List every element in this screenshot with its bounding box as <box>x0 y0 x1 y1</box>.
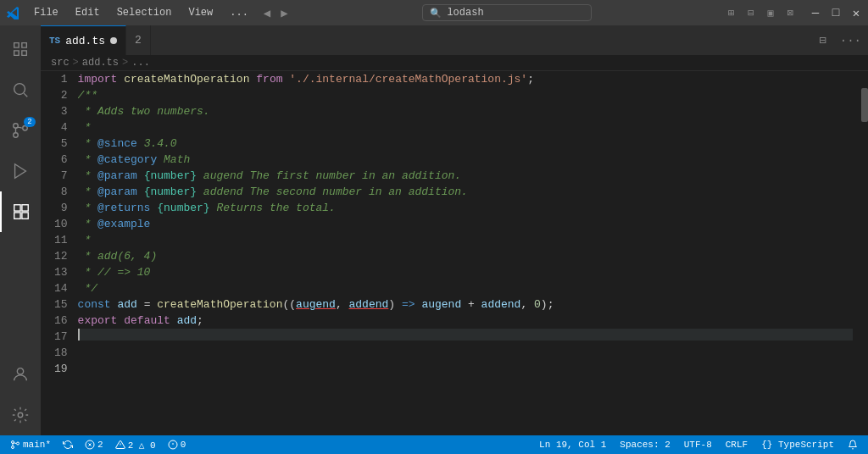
line-number: 16 <box>54 313 68 329</box>
back-button[interactable]: ◀ <box>262 6 272 20</box>
layout-btn-1[interactable]: ⊞ <box>725 5 737 21</box>
svg-point-0 <box>14 84 25 95</box>
encoding-label: UTF-8 <box>684 440 712 450</box>
search-text: lodash <box>447 7 483 19</box>
status-info[interactable]: 0 <box>164 440 190 450</box>
info-count: 0 <box>181 440 186 450</box>
code-line: import createMathOperation from './.inte… <box>78 71 853 87</box>
tab-more-button[interactable]: ··· <box>833 34 868 47</box>
token-jsdoc-type: {number} <box>157 200 209 216</box>
tab-add-ts[interactable]: TS add.ts <box>41 25 126 55</box>
breadcrumb-sep-2: > <box>122 57 128 69</box>
menu-view[interactable]: View <box>181 5 220 20</box>
svg-rect-9 <box>22 213 28 219</box>
tab-dirty-indicator <box>110 37 117 44</box>
activity-item-git[interactable]: 2 <box>0 110 41 151</box>
line-number: 15 <box>54 296 68 313</box>
status-errors[interactable]: 2 <box>81 440 107 450</box>
status-spaces[interactable]: Spaces: 2 <box>616 440 673 450</box>
menu-edit[interactable]: Edit <box>69 5 107 20</box>
token-plain <box>415 296 422 313</box>
menu-selection[interactable]: Selection <box>110 5 179 20</box>
status-sync[interactable] <box>59 440 76 450</box>
search-box[interactable]: 🔍 lodash <box>422 4 592 21</box>
git-badge: 2 <box>24 117 36 127</box>
line-number: 17 <box>54 329 68 345</box>
activity-item-extensions[interactable] <box>0 191 41 232</box>
line-number: 3 <box>54 103 68 119</box>
tab-2[interactable]: 2 <box>126 25 151 55</box>
line-number: 9 <box>54 200 68 216</box>
svg-point-11 <box>18 412 23 418</box>
token-comment <box>137 168 144 184</box>
scrollbar[interactable] <box>860 71 868 435</box>
line-number: 1 <box>54 71 68 87</box>
status-cursor[interactable]: Ln 19, Col 1 <box>536 440 609 450</box>
line-number: 4 <box>54 119 68 136</box>
line-number: 11 <box>54 232 68 248</box>
menu-more[interactable]: ... <box>223 5 255 20</box>
token-plain: ; <box>527 71 534 87</box>
line-number: 8 <box>54 184 68 200</box>
status-notifications[interactable] <box>844 440 861 450</box>
status-branch[interactable]: main* <box>7 440 54 450</box>
layout-btn-3[interactable]: ▣ <box>765 5 777 21</box>
activity-item-run[interactable] <box>0 151 41 191</box>
token-var-name: addend <box>481 296 521 313</box>
main-layout: 2 <box>0 25 868 435</box>
token-comment: */ <box>78 280 97 296</box>
code-line: /** <box>78 87 853 103</box>
minimize-button[interactable]: — <box>810 8 821 18</box>
close-button[interactable]: ✕ <box>851 8 861 18</box>
cursor-position: Ln 19, Col 1 <box>539 440 606 450</box>
layout-btn-2[interactable]: ⊟ <box>744 5 757 21</box>
breadcrumb-sep-1: > <box>73 57 79 69</box>
svg-rect-7 <box>22 205 28 211</box>
breadcrumb-file[interactable]: add.ts <box>82 57 119 69</box>
line-number: 10 <box>54 216 68 232</box>
activity-item-settings[interactable] <box>0 395 41 435</box>
token-comment: * <box>78 136 97 152</box>
token-jsdoc-tag: @example <box>97 216 150 232</box>
code-line: * <box>78 232 853 248</box>
layout-btn-4[interactable]: ⊠ <box>784 5 797 21</box>
language-label: {} TypeScript <box>761 440 834 450</box>
token-comment: Math <box>157 152 190 168</box>
breadcrumb: src > add.ts > ... <box>41 55 868 71</box>
status-encoding[interactable]: UTF-8 <box>681 440 715 450</box>
status-warnings[interactable]: 2 △ 0 <box>112 440 159 451</box>
breadcrumb-src[interactable]: src <box>51 57 70 69</box>
split-editor-button[interactable]: ⊟ <box>812 33 832 47</box>
code-area[interactable]: import createMathOperation from './.inte… <box>78 71 860 435</box>
token-comment: * Adds two numbers. <box>78 103 210 119</box>
code-line: * <box>78 119 853 136</box>
token-comment: 3.4.0 <box>137 136 177 152</box>
line-number: 2 <box>54 87 68 103</box>
status-line-ending[interactable]: CRLF <box>722 440 751 450</box>
status-language[interactable]: {} TypeScript <box>758 440 837 450</box>
editor-area: TS add.ts 2 ⊟ ··· src > add.ts > ... 123… <box>41 25 868 435</box>
scrollbar-thumb <box>861 88 868 122</box>
token-jsdoc-tag: @param <box>97 168 137 184</box>
activity-item-account[interactable] <box>0 354 41 395</box>
token-plain: , <box>336 296 349 313</box>
spaces-label: Spaces: 2 <box>620 440 670 450</box>
line-numbers: 12345678910111213141516171819 <box>41 71 78 435</box>
editor-content: 12345678910111213141516171819 import cre… <box>41 71 868 435</box>
activity-item-explorer[interactable] <box>0 29 41 69</box>
token-jsdoc-tag: @param <box>97 184 137 200</box>
token-jsdoc-type: {number} <box>144 184 197 200</box>
activity-item-search[interactable] <box>0 69 41 110</box>
token-plain: + <box>461 296 481 313</box>
breadcrumb-more[interactable]: ... <box>131 57 150 69</box>
token-param-underline: augend <box>296 296 336 313</box>
svg-point-10 <box>17 368 23 374</box>
token-comment: augend The first number in an addition. <box>197 168 461 184</box>
svg-marker-5 <box>15 164 26 179</box>
token-var-name: augend <box>421 296 461 313</box>
code-line: * @since 3.4.0 <box>78 136 853 152</box>
forward-button[interactable]: ▶ <box>279 6 289 20</box>
token-plain: , <box>520 296 534 313</box>
menu-file[interactable]: File <box>27 5 65 20</box>
maximize-button[interactable]: □ <box>831 8 841 18</box>
